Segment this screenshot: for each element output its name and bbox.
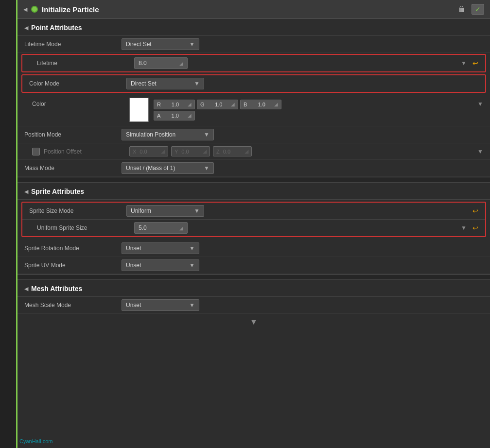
position-offset-label: Position Offset [44,148,82,155]
uniform-sprite-undo[interactable]: ↩ [467,224,478,232]
mesh-section-collapse[interactable]: ◀ [24,286,28,292]
lifetime-right-arrow: ▼ [452,60,467,67]
sprite-rotation-mode-dropdown[interactable]: Unset ▼ [122,242,199,254]
pos-x-value: 0.0 [140,149,147,155]
lifetime-undo[interactable]: ↩ [467,59,478,67]
color-mode-row: Color Mode Direct Set ▼ [22,75,485,92]
mass-mode-value: Unset / (Mass of 1) [126,165,175,172]
mesh-scale-mode-value: Unset [126,302,141,309]
mesh-scale-mode-controls: Unset ▼ [122,299,483,311]
lifetime-mode-row: Lifetime Mode Direct Set ▼ [18,36,490,53]
color-r-input[interactable]: R 1.0 ◢ [154,100,195,109]
sprite-size-highlighted-group: Sprite Size Mode Uniform ▼ ↩ Uniform Spr… [21,202,486,237]
color-mode-dropdown-arrow-icon: ▼ [194,80,200,87]
mass-mode-arrow-icon: ▼ [204,165,210,172]
main-content: ◀ Initialize Particle 🗑 ✓ ◀ Point Attrib… [18,0,490,448]
color-b-input[interactable]: B 1.0 ◢ [240,100,281,109]
sprite-size-mode-value: Uniform [131,207,151,214]
left-sidebar [0,0,18,448]
sprite-size-mode-row: Sprite Size Mode Uniform ▼ ↩ [22,203,485,220]
uniform-sprite-size-row: Uniform Sprite Size 5.0 ◢ ▼ ↩ [22,220,485,236]
position-mode-row: Position Mode Simulation Position ▼ [18,126,490,143]
uniform-sprite-drag-icon: ◢ [179,225,183,231]
color-a-input[interactable]: A 1.0 ◢ [154,111,195,121]
status-indicator [31,6,38,13]
position-mode-label: Position Mode [24,131,122,138]
sprite-uv-mode-row: Sprite UV Mode Unset ▼ [18,257,490,274]
color-swatch[interactable] [129,98,149,122]
color-g-value: 1.0 [215,102,222,107]
pos-x-drag-icon: ◢ [161,148,165,155]
section-divider-2 [18,274,490,280]
color-mode-controls: Direct Set ▼ [126,78,478,89]
color-row: Color R 1.0 ◢ G 1.0 [18,94,490,126]
color-r-drag-icon: ◢ [188,102,192,107]
color-mode-dropdown[interactable]: Direct Set ▼ [126,78,204,89]
mass-mode-dropdown[interactable]: Unset / (Mass of 1) ▼ [122,162,214,174]
lifetime-row: Lifetime 8.0 ◢ ▼ ↩ [22,55,485,71]
uniform-sprite-size-controls: 5.0 ◢ [134,222,452,234]
sprite-size-mode-controls: Uniform ▼ [126,205,467,217]
pos-x-label: X [133,149,136,155]
sprite-uv-mode-value: Unset [126,262,141,269]
position-mode-controls: Simulation Position ▼ [122,129,483,140]
color-r-value: 1.0 [172,102,179,107]
color-a-drag-icon: ◢ [188,113,192,118]
color-a-value: 1.0 [172,113,179,119]
delete-button[interactable]: 🗑 [456,4,468,15]
sprite-uv-mode-arrow-icon: ▼ [189,262,195,269]
lifetime-label: Lifetime [37,60,134,67]
color-b-label: B [244,102,247,107]
panel-header-left: ◀ Initialize Particle [23,5,99,14]
sprite-uv-mode-controls: Unset ▼ [122,259,483,271]
position-x-input: X 0.0 ◢ [129,146,168,156]
sprite-attributes-header: ◀ Sprite Attributes [18,183,490,200]
sprite-section-collapse[interactable]: ◀ [24,189,28,195]
pos-z-value: 0.0 [223,149,230,155]
uniform-sprite-size-input[interactable]: 5.0 ◢ [134,222,188,234]
mesh-scale-mode-label: Mesh Scale Mode [24,302,122,309]
mesh-section-title: Mesh Attributes [31,285,82,293]
color-right-arrow: ▼ [469,101,483,107]
point-section-collapse[interactable]: ◀ [24,25,28,31]
color-a-label: A [157,113,160,119]
color-g-label: G [200,102,205,107]
mesh-scale-mode-dropdown[interactable]: Unset ▼ [122,299,199,311]
color-g-drag-icon: ◢ [231,102,235,107]
color-b-drag-icon: ◢ [274,102,278,107]
uniform-sprite-size-label: Uniform Sprite Size [37,224,134,231]
sprite-rotation-mode-label: Sprite Rotation Mode [24,245,122,252]
mesh-scale-mode-arrow-icon: ▼ [189,302,195,309]
scroll-indicator: ▼ [18,314,490,330]
lifetime-controls: 8.0 ◢ [134,57,452,69]
sprite-size-mode-dropdown[interactable]: Uniform ▼ [126,205,204,217]
mesh-attributes-header: ◀ Mesh Attributes [18,280,490,297]
point-attributes-header: ◀ Point Attributes [18,19,490,36]
lifetime-mode-dropdown-arrow-icon: ▼ [189,41,195,48]
sprite-size-mode-undo[interactable]: ↩ [467,207,478,215]
collapse-arrow-icon[interactable]: ◀ [23,6,27,13]
check-button[interactable]: ✓ [472,4,484,15]
position-mode-value: Simulation Position [126,131,175,138]
position-offset-checkbox[interactable] [32,148,40,155]
color-g-input[interactable]: G 1.0 ◢ [197,100,238,109]
color-alpha-row: A 1.0 ◢ [154,111,281,121]
position-mode-arrow-icon: ▼ [204,131,210,138]
position-y-input: Y 0.0 ◢ [171,146,210,156]
lifetime-drag-icon: ◢ [179,61,183,66]
pos-y-drag-icon: ◢ [203,148,207,155]
lifetime-mode-dropdown[interactable]: Direct Set ▼ [122,38,199,50]
watermark: CyanHall.com [19,438,52,444]
sprite-section-title: Sprite Attributes [31,188,84,195]
position-offset-right-arrow: ▼ [469,148,483,155]
lifetime-mode-value: Direct Set [126,41,152,48]
position-mode-dropdown[interactable]: Simulation Position ▼ [122,129,214,140]
sprite-uv-mode-dropdown[interactable]: Unset ▼ [122,259,199,271]
pos-y-value: 0.0 [181,149,189,155]
sprite-size-mode-label: Sprite Size Mode [29,207,126,214]
lifetime-highlighted-group: Lifetime 8.0 ◢ ▼ ↩ [21,54,486,72]
lifetime-input[interactable]: 8.0 ◢ [134,57,188,69]
pos-y-label: Y [175,149,178,155]
color-mode-value: Direct Set [131,80,157,87]
lifetime-mode-controls: Direct Set ▼ [122,38,483,50]
